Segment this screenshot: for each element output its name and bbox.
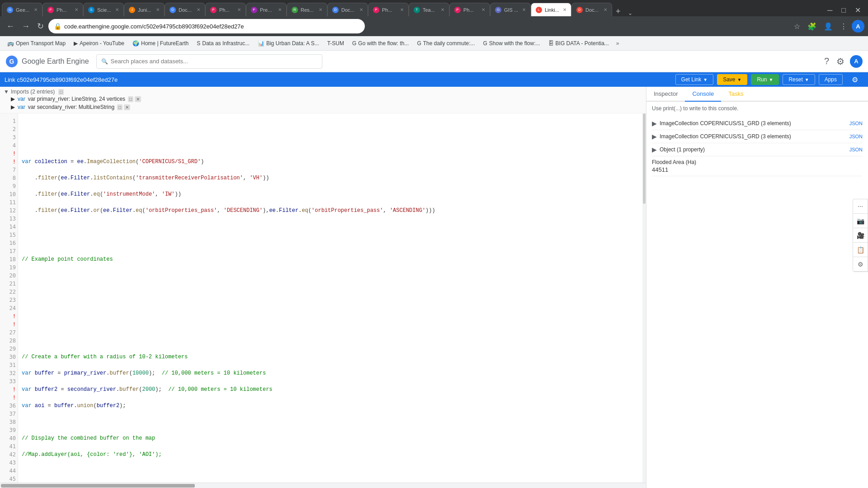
import-del-1[interactable]: ✕ bbox=[135, 96, 141, 102]
account-icon[interactable]: 👤 bbox=[821, 20, 835, 33]
right-panel: Inspector Console Tasks Use print(...) t… bbox=[646, 87, 868, 488]
import-vis-1[interactable]: □ bbox=[128, 96, 133, 102]
extension-icon[interactable]: 🧩 bbox=[805, 20, 819, 33]
tab-console[interactable]: Console bbox=[685, 87, 721, 102]
run-button[interactable]: Run ▼ bbox=[751, 74, 779, 85]
console-item-text-1: ImageCollection COPERNICUS/S1_GRD (3 ele… bbox=[660, 120, 849, 127]
console-flooded-area: Flooded Area (Ha) 44511 bbox=[652, 156, 863, 176]
scrollbar-thumb[interactable] bbox=[643, 113, 646, 204]
editor-panel: ▼ Imports (2 entries) □ ▶ var var primar… bbox=[0, 87, 646, 488]
mini-btn-video[interactable]: 🎥 bbox=[853, 228, 868, 243]
back-button[interactable]: ← bbox=[4, 20, 17, 33]
expand-icon-3: ▶ bbox=[652, 146, 657, 153]
settings-icon[interactable]: ⚙ bbox=[835, 54, 846, 69]
link-settings-button[interactable]: ⚙ bbox=[846, 74, 863, 86]
console-item-3[interactable]: ▶ Object (1 property) JSON bbox=[652, 143, 863, 156]
tab-6[interactable]: P Ph... ✕ bbox=[205, 3, 246, 16]
address-bar-row: ← → ↻ 🔒 code.earthengine.google.com/c502… bbox=[0, 16, 868, 36]
lock-icon: 🔒 bbox=[54, 23, 61, 30]
console-item-2[interactable]: ▶ ImageCollection COPERNICUS/S1_GRD (3 e… bbox=[652, 130, 863, 143]
tab-overflow[interactable]: ⌄ bbox=[624, 10, 636, 16]
bookmark-show[interactable]: G Show with the flow:... bbox=[479, 38, 543, 48]
tab-5[interactable]: D Doc... ✕ bbox=[165, 3, 205, 16]
save-button[interactable]: Save ▼ bbox=[717, 74, 747, 85]
tab-14[interactable]: L Linki... ✕ bbox=[531, 3, 571, 16]
import-vis-2[interactable]: □ bbox=[117, 104, 123, 110]
bookmark-bigurban[interactable]: 📊 Big Urban Data: A S... bbox=[254, 38, 323, 48]
console-json-2[interactable]: JSON bbox=[849, 134, 863, 139]
line-numbers: 1 2 3 4 ! ! 7 8 9 10 11 12 13 14 15 16 1 bbox=[0, 113, 18, 483]
console-json-3[interactable]: JSON bbox=[849, 147, 863, 152]
tab-13[interactable]: G GIS ... ✕ bbox=[490, 3, 531, 16]
tab-8[interactable]: R Res... ✕ bbox=[287, 3, 327, 16]
star-icon[interactable]: ☆ bbox=[791, 20, 803, 33]
tab-9[interactable]: D Doc... ✕ bbox=[327, 3, 368, 16]
user-avatar[interactable]: A bbox=[850, 55, 863, 68]
console-item-1[interactable]: ▶ ImageCollection COPERNICUS/S1_GRD (3 e… bbox=[652, 117, 863, 130]
tab-bar: G Gee... ✕ P Ph... ✕ S Scie... ✕ J Juni.… bbox=[0, 0, 868, 16]
bookmark-futureearth[interactable]: 🌍 Home | FutureEarth bbox=[129, 38, 192, 48]
tab-4[interactable]: J Juni... ✕ bbox=[124, 3, 165, 16]
tab-11[interactable]: T Tea... ✕ bbox=[409, 3, 449, 16]
tab-10[interactable]: P Ph... ✕ bbox=[368, 3, 409, 16]
mini-btn-more[interactable]: ⋯ bbox=[853, 199, 868, 214]
tab-1[interactable]: G Gee... ✕ bbox=[2, 3, 42, 16]
svg-text:G: G bbox=[9, 58, 14, 65]
gee-header: G Google Earth Engine 🔍 ? ⚙ A bbox=[0, 51, 868, 72]
import-var-2: ▶ var var secondary_river: MultiLineStri… bbox=[4, 103, 642, 111]
reload-button[interactable]: ↻ bbox=[34, 19, 47, 33]
link-bar: Link c502e94795cb8903f692e04ef28ed27e Ge… bbox=[0, 72, 868, 87]
bookmarks-bar: 🚌 Open Transport Map ▶ Apeiron - YouTube… bbox=[0, 36, 868, 51]
flooded-area-value: 44511 bbox=[652, 166, 863, 173]
console-json-1[interactable]: JSON bbox=[849, 121, 863, 126]
imports-section: ▼ Imports (2 entries) □ ▶ var var primar… bbox=[0, 87, 646, 113]
tab-12[interactable]: P Ph... ✕ bbox=[449, 3, 490, 16]
new-tab-button[interactable]: + bbox=[612, 7, 624, 16]
bookmark-transport[interactable]: 🚌 Open Transport Map bbox=[4, 38, 69, 48]
editor-body: 1 2 3 4 ! ! 7 8 9 10 11 12 13 14 15 16 1 bbox=[0, 113, 646, 483]
close-button[interactable]: ✕ bbox=[851, 4, 864, 16]
tab-2[interactable]: P Ph... ✕ bbox=[42, 3, 83, 16]
header-right: ? ⚙ A bbox=[822, 54, 863, 69]
search-icon: 🔍 bbox=[101, 58, 108, 65]
mini-btn-settings[interactable]: ⚙ bbox=[853, 257, 868, 272]
forward-button[interactable]: → bbox=[19, 20, 33, 33]
maximize-button[interactable]: □ bbox=[838, 5, 849, 16]
tab-7[interactable]: P Pre... ✕ bbox=[246, 3, 287, 16]
help-icon[interactable]: ? bbox=[822, 54, 831, 68]
bookmark-commute[interactable]: G The daily commute:... bbox=[413, 38, 478, 48]
gee-logo-text: Google Earth Engine bbox=[22, 57, 89, 66]
import-icon-1[interactable]: □ bbox=[58, 89, 64, 95]
tab-tasks[interactable]: Tasks bbox=[721, 87, 750, 102]
reset-button[interactable]: Reset ▼ bbox=[783, 74, 815, 85]
apps-button[interactable]: Apps bbox=[819, 74, 843, 85]
browser-toolbar: ☆ 🧩 👤 ⋮ A bbox=[791, 20, 864, 33]
main-layout: ▼ Imports (2 entries) □ ▶ var var primar… bbox=[0, 87, 868, 488]
bookmarks-overflow[interactable]: » bbox=[613, 38, 622, 48]
code-editor[interactable]: var collection = ee.ImageCollection('COP… bbox=[18, 113, 642, 483]
profile-button[interactable]: A bbox=[852, 20, 864, 33]
address-bar[interactable]: 🔒 code.earthengine.google.com/c502e94795… bbox=[48, 19, 365, 33]
get-link-button[interactable]: Get Link ▼ bbox=[675, 74, 714, 85]
bookmark-apeiron[interactable]: ▶ Apeiron - YouTube bbox=[70, 38, 128, 48]
bookmark-bigdata[interactable]: 🗄 BIG DATA - Potentia... bbox=[545, 38, 613, 48]
bookmark-flow[interactable]: G Go with the flow: th... bbox=[349, 38, 412, 48]
import-del-2[interactable]: ✕ bbox=[124, 104, 130, 110]
flooded-area-label: Flooded Area (Ha) bbox=[652, 159, 863, 165]
mini-btn-camera[interactable]: 📷 bbox=[853, 214, 868, 228]
search-input[interactable] bbox=[111, 58, 317, 65]
mini-btn-layers[interactable]: 📋 bbox=[853, 243, 868, 257]
bottom-scrollbar[interactable] bbox=[0, 483, 646, 488]
bookmark-tsum[interactable]: T-SUM bbox=[324, 38, 348, 48]
more-icon[interactable]: ⋮ bbox=[837, 20, 850, 33]
imports-header[interactable]: ▼ Imports (2 entries) □ bbox=[4, 89, 642, 95]
editor-scrollbar[interactable] bbox=[642, 113, 646, 483]
tab-3[interactable]: S Scie... ✕ bbox=[83, 3, 124, 16]
bookmark-data[interactable]: S Data as Infrastruc... bbox=[193, 38, 253, 48]
tab-inspector[interactable]: Inspector bbox=[646, 87, 685, 102]
search-bar[interactable]: 🔍 bbox=[96, 54, 322, 69]
tab-15[interactable]: D Doc... ✕ bbox=[571, 3, 612, 16]
link-text: Link c502e94795cb8903f692e04ef28ed27e bbox=[5, 76, 672, 83]
expand-icon: ▼ bbox=[4, 89, 9, 95]
minimize-button[interactable]: ─ bbox=[824, 5, 836, 16]
